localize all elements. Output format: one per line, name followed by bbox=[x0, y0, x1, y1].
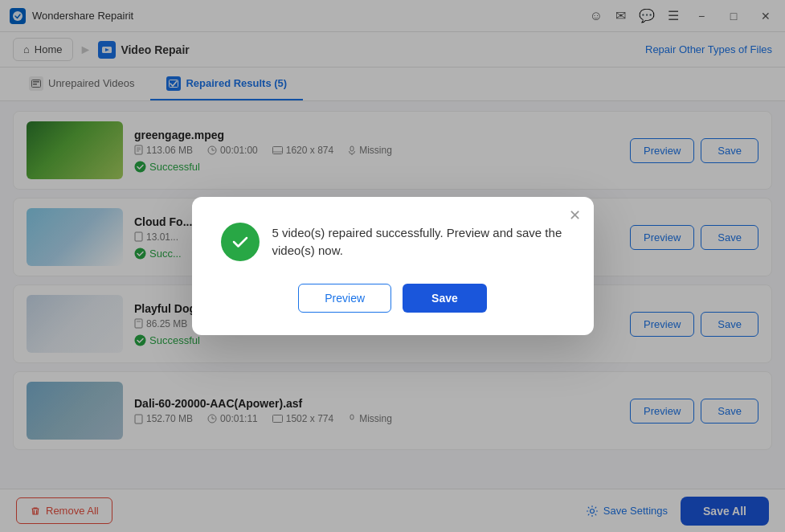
modal-message: 5 video(s) repaired successfully. Previe… bbox=[272, 224, 565, 260]
modal-overlay: ✕ 5 video(s) repaired successfully. Prev… bbox=[0, 0, 785, 532]
modal-actions: Preview Save bbox=[221, 284, 565, 313]
modal: ✕ 5 video(s) repaired successfully. Prev… bbox=[192, 197, 594, 335]
modal-success-icon bbox=[221, 223, 260, 261]
modal-close-button[interactable]: ✕ bbox=[569, 208, 581, 223]
modal-preview-button[interactable]: Preview bbox=[298, 284, 391, 313]
modal-save-button[interactable]: Save bbox=[403, 284, 487, 313]
modal-body: 5 video(s) repaired successfully. Previe… bbox=[221, 223, 565, 261]
